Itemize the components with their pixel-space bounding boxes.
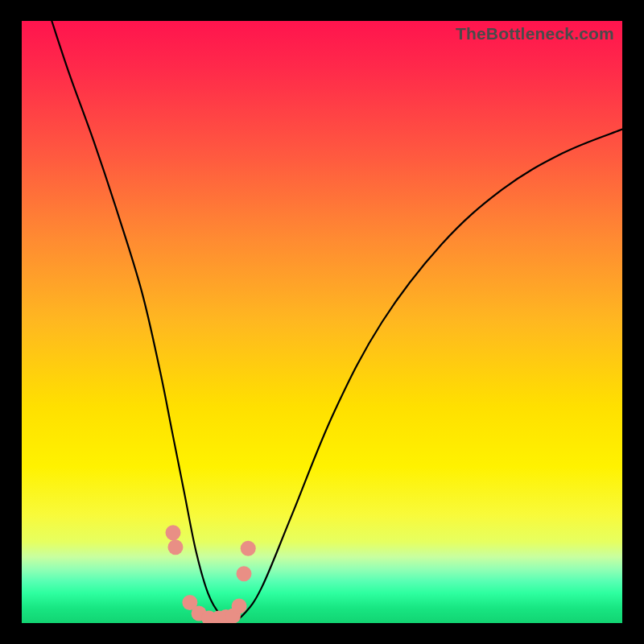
highlight-dot [237,566,252,581]
chart-svg [22,21,622,623]
bottleneck-curve [52,21,622,620]
highlight-dot [232,599,247,614]
highlight-dot [167,539,183,555]
chart-frame: TheBottleneck.com [0,0,644,644]
highlight-dot [165,525,180,540]
highlight-dot [241,541,256,556]
chart-plot-area: TheBottleneck.com [22,21,622,623]
highlight-dots [165,525,255,623]
